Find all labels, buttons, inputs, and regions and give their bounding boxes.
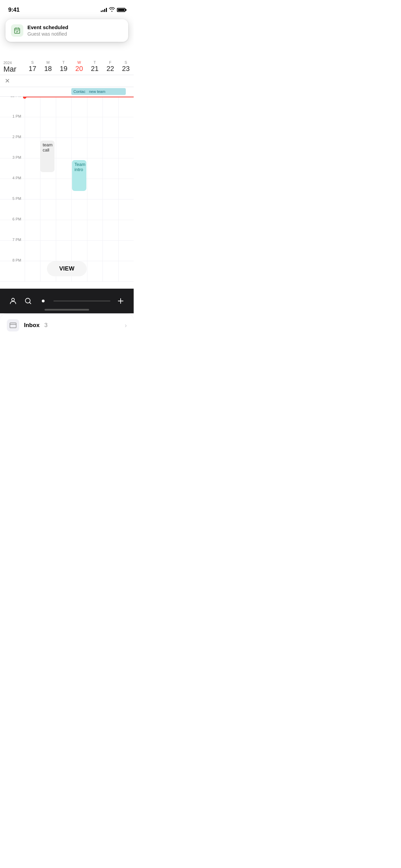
multiday-events: Contac new team xyxy=(25,88,134,95)
notification-title: Event scheduled xyxy=(27,24,123,31)
inbox-chevron-icon: › xyxy=(125,322,127,329)
time-cell[interactable] xyxy=(71,97,87,117)
collapse-row: ✕ xyxy=(0,75,134,87)
time-cell[interactable] xyxy=(25,138,40,158)
time-cells-12pm xyxy=(25,97,134,117)
day-label-mon: M xyxy=(46,60,49,64)
time-cell[interactable] xyxy=(87,179,102,199)
calendar-month: Mar xyxy=(3,65,25,73)
day-label-tue: T xyxy=(62,60,65,64)
time-cell[interactable] xyxy=(40,220,56,240)
time-cell[interactable] xyxy=(40,179,56,199)
time-cell[interactable] xyxy=(87,241,102,261)
current-time-line xyxy=(25,97,134,97)
time-cell[interactable] xyxy=(71,117,87,137)
calendar-grid-wrapper: 12 PM 1 PM 2 P xyxy=(0,97,134,289)
time-cell[interactable] xyxy=(87,138,102,158)
day-col-fri: F 22 xyxy=(102,60,118,75)
time-cell[interactable] xyxy=(25,179,40,199)
time-cell[interactable] xyxy=(118,220,134,240)
svg-point-0 xyxy=(12,298,14,301)
time-cell[interactable] xyxy=(25,241,40,261)
time-label-7pm: 7 PM xyxy=(0,238,25,261)
day-col-wed[interactable]: W 20 xyxy=(71,60,87,75)
time-cell[interactable] xyxy=(71,138,87,158)
time-cell[interactable] xyxy=(25,220,40,240)
time-label-2pm: 2 PM xyxy=(0,135,25,158)
day-num-21: 21 xyxy=(91,64,98,73)
time-cell[interactable] xyxy=(102,241,118,261)
calendar-header: 2024 Mar S 17 M 18 T 19 W 20 T 21 F 22 S xyxy=(0,58,134,75)
event-team-call-label: teamcall xyxy=(42,142,52,153)
time-cell[interactable] xyxy=(40,97,56,117)
collapse-icon[interactable]: ✕ xyxy=(3,76,11,85)
time-label-4pm: 4 PM xyxy=(0,176,25,199)
time-cell[interactable] xyxy=(71,220,87,240)
nav-search-button[interactable] xyxy=(21,293,36,309)
day-num-17: 17 xyxy=(29,64,36,73)
time-cell[interactable] xyxy=(71,200,87,220)
time-cell[interactable] xyxy=(102,117,118,137)
time-cell[interactable] xyxy=(87,117,102,137)
time-cell[interactable] xyxy=(56,179,71,199)
time-cell[interactable] xyxy=(102,138,118,158)
event-newteam[interactable]: new team xyxy=(87,88,126,95)
nav-dot-button[interactable] xyxy=(36,293,51,309)
day-num-20: 20 xyxy=(75,64,83,73)
event-team-intro[interactable]: Teamintro xyxy=(72,160,86,191)
day-num-18: 18 xyxy=(44,64,52,73)
time-cell[interactable] xyxy=(118,200,134,220)
time-label-1pm: 1 PM xyxy=(0,114,25,137)
notification-banner[interactable]: Event scheduled Guest was notified xyxy=(5,19,128,42)
time-cell[interactable] xyxy=(56,241,71,261)
time-cell[interactable] xyxy=(118,158,134,179)
time-cell[interactable] xyxy=(102,220,118,240)
time-cell[interactable] xyxy=(25,97,40,117)
month-col: 2024 Mar xyxy=(0,60,25,73)
time-cell[interactable] xyxy=(25,158,40,179)
day-num-19: 19 xyxy=(60,64,67,73)
time-cell[interactable] xyxy=(102,200,118,220)
time-cell[interactable] xyxy=(56,200,71,220)
time-cell[interactable] xyxy=(87,220,102,240)
time-cell[interactable] xyxy=(56,97,71,117)
time-cell[interactable] xyxy=(25,117,40,137)
day-col-thu: T 21 xyxy=(87,60,102,75)
time-cell[interactable] xyxy=(87,97,102,117)
grid-content: 12 PM 1 PM 2 P xyxy=(0,97,134,282)
view-button-row: VIEW xyxy=(0,261,134,276)
inbox-card[interactable]: Inbox 3 › xyxy=(0,313,134,336)
wifi-icon xyxy=(109,7,115,13)
time-cell[interactable] xyxy=(87,200,102,220)
time-cell[interactable] xyxy=(102,158,118,179)
time-cell[interactable] xyxy=(40,200,56,220)
notification-content: Event scheduled Guest was notified xyxy=(27,24,123,37)
nav-person-button[interactable] xyxy=(5,293,21,309)
nav-add-button[interactable] xyxy=(113,293,128,309)
time-cell[interactable] xyxy=(71,241,87,261)
time-cells-1pm xyxy=(25,117,134,137)
multiday-offset xyxy=(0,88,25,95)
time-cell[interactable] xyxy=(102,179,118,199)
time-cell[interactable] xyxy=(56,138,71,158)
event-team-call[interactable]: teamcall xyxy=(40,141,54,172)
time-cell[interactable] xyxy=(118,97,134,117)
time-cell[interactable] xyxy=(87,158,102,179)
time-cell[interactable] xyxy=(118,241,134,261)
inbox-label: Inbox xyxy=(24,322,39,329)
time-cell[interactable] xyxy=(118,138,134,158)
time-cell[interactable] xyxy=(56,117,71,137)
nav-dot-icon xyxy=(42,300,45,302)
signal-icon xyxy=(101,8,107,12)
time-cell[interactable] xyxy=(118,179,134,199)
time-cell[interactable] xyxy=(25,200,40,220)
time-cell[interactable] xyxy=(56,158,71,179)
time-cell[interactable] xyxy=(40,117,56,137)
time-cell[interactable] xyxy=(118,117,134,137)
view-button[interactable]: VIEW xyxy=(47,261,87,276)
time-cell[interactable] xyxy=(56,220,71,240)
status-bar: 9:41 xyxy=(0,0,134,16)
time-cell[interactable] xyxy=(102,97,118,117)
calendar-year: 2024 xyxy=(3,60,25,65)
time-cell[interactable] xyxy=(40,241,56,261)
